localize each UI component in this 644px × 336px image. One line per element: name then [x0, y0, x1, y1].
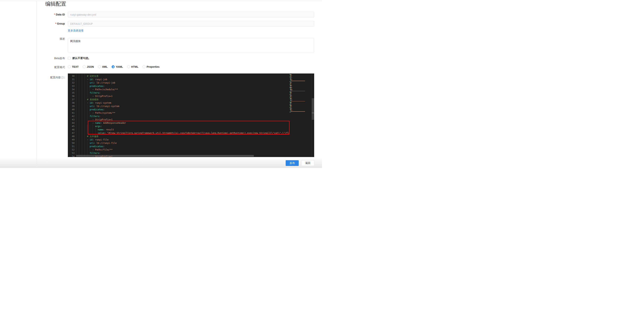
beta-label: Beta发布 [0, 57, 65, 60]
description-label: 描述 [0, 37, 65, 40]
line-number: 32 [68, 81, 76, 84]
line-number: 46 [68, 128, 76, 131]
radio-circle-icon[interactable] [127, 65, 130, 68]
horizontal-scrollbar-thumb[interactable] [76, 155, 254, 157]
required-mark: * [55, 22, 56, 25]
code-line-42: 42 filters: [68, 115, 289, 118]
radio-circle-icon[interactable] [68, 65, 71, 68]
publish-button[interactable]: 发布 [286, 160, 299, 166]
config-content-editor[interactable]: 30 # 定时任务31 - id: ruoyi-job32 uri: lb://… [68, 73, 314, 157]
line-number: 49 [68, 138, 76, 141]
format-radio-group: TEXTJSONXMLYAMLHTMLProperties [68, 65, 160, 68]
code-line-40: 40 predicates: [68, 108, 289, 111]
data-id-label: *Data ID [0, 13, 65, 16]
content-label: 配置内容?: [0, 76, 65, 79]
radio-circle-icon[interactable] [112, 65, 114, 68]
code-line-34: 34 - Path=/schedule/** [68, 88, 289, 91]
line-number: 43 [68, 118, 76, 121]
code-line-32: 32 uri: lb://ruoyi-job [68, 81, 289, 84]
line-number: 33 [68, 84, 76, 88]
code-line-35: 35 filters: [68, 91, 289, 95]
line-number: 54 [68, 155, 76, 157]
radio-circle-icon[interactable] [83, 65, 86, 68]
line-number: 36 [68, 95, 76, 98]
line-number: 30 [68, 74, 76, 78]
radio-option-properties[interactable]: Properties [142, 65, 160, 68]
code-line-53: 53 filters: [68, 152, 289, 155]
help-icon[interactable]: ? [61, 76, 64, 79]
config-edit-page: 编辑配置 *Data ID *Group 更多高级选项 描述 网关模块 Beta… [0, 0, 322, 168]
beta-hint-text: 默认不要勾选。 [72, 57, 91, 60]
back-button[interactable]: 返回 [301, 160, 314, 166]
line-number: 34 [68, 88, 76, 91]
footer-fade [0, 157, 322, 168]
highlight-annotation-box [88, 121, 290, 135]
vertical-scrollbar-thumb[interactable] [312, 98, 314, 120]
code-line-39: 39 uri: lb://ruoyi-system [68, 105, 289, 108]
line-number: 42 [68, 115, 76, 118]
radio-option-text[interactable]: TEXT [68, 65, 79, 68]
advanced-options-link[interactable]: 更多高级选项 [68, 29, 84, 32]
radio-label: HTML [131, 65, 138, 68]
line-number: 45 [68, 125, 76, 128]
code-line-33: 33 predicates: [68, 84, 289, 88]
code-line-49: 49 - id: ruoyi-file [68, 138, 289, 141]
radio-option-yaml[interactable]: YAML [112, 65, 123, 68]
line-number: 35 [68, 91, 76, 95]
beta-checkbox[interactable] [68, 57, 70, 59]
code-line-41: 41 - Path=/system/** [68, 111, 289, 115]
radio-label: JSON [87, 65, 94, 68]
radio-circle-icon[interactable] [142, 65, 146, 68]
code-line-36: 36 - StripPrefix=1 [68, 95, 289, 98]
code-line-48: 48 # 文件服务 [68, 135, 289, 138]
code-line-30: 30 # 定时任务 [68, 74, 289, 78]
code-line-52: 52 - Path=/file/** [68, 148, 289, 152]
line-number: 52 [68, 148, 76, 152]
page-title: 编辑配置 [45, 0, 66, 7]
radio-label: TEXT [72, 65, 79, 68]
code-line-51: 51 predicates: [68, 145, 289, 148]
line-number: 40 [68, 108, 76, 111]
minimap[interactable] [289, 73, 312, 157]
line-number: 37 [68, 98, 76, 101]
line-number: 51 [68, 145, 76, 148]
line-number: 50 [68, 141, 76, 145]
radio-label: Properties [147, 65, 160, 68]
line-number: 47 [68, 131, 76, 135]
radio-label: YAML [116, 65, 123, 68]
code-line-38: 38 - id: ruoyi-system [68, 101, 289, 105]
radio-option-html[interactable]: HTML [127, 65, 138, 68]
line-number: 41 [68, 111, 76, 115]
line-number: 48 [68, 135, 76, 138]
line-number: 31 [68, 78, 76, 81]
code-line-31: 31 - id: ruoyi-job [68, 78, 289, 81]
group-label: *Group [0, 22, 65, 25]
format-label: 配置格式 [0, 66, 65, 69]
line-number: 53 [68, 152, 76, 155]
code-lines: 30 # 定时任务31 - id: ruoyi-job32 uri: lb://… [68, 74, 289, 157]
radio-option-json[interactable]: JSON [83, 65, 94, 68]
data-id-input[interactable] [68, 12, 314, 17]
code-line-37: 37 # 系统模块 [68, 98, 289, 101]
description-textarea[interactable]: 网关模块 [68, 38, 314, 52]
scrollbar-marker [312, 113, 314, 113]
radio-option-xml[interactable]: XML [98, 65, 108, 68]
required-mark: * [54, 13, 55, 16]
code-line-50: 50 uri: lb://ruoyi-file [68, 141, 289, 145]
line-number: 38 [68, 101, 76, 105]
line-number: 39 [68, 105, 76, 108]
radio-label: XML [102, 65, 108, 68]
group-input[interactable] [68, 21, 314, 27]
line-number: 44 [68, 121, 76, 125]
left-sidebar [0, 1, 37, 168]
radio-circle-icon[interactable] [98, 65, 101, 68]
